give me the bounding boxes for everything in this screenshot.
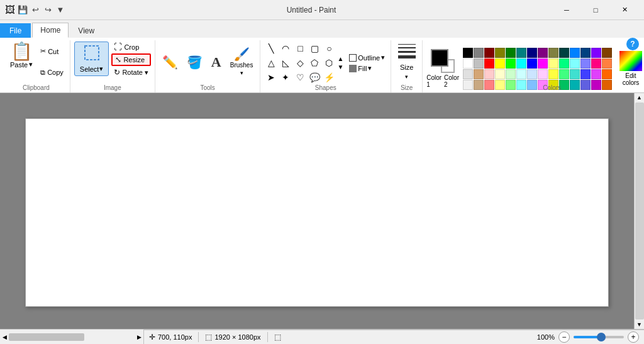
shape-curve[interactable]: ◠ <box>279 42 292 55</box>
color-cell-2-9[interactable] <box>559 69 569 79</box>
shape-star4[interactable]: ✦ <box>279 70 292 84</box>
customize-icon[interactable]: ▼ <box>55 5 65 15</box>
paste-dropdown-arrow[interactable]: ▾ <box>29 60 33 69</box>
rotate-arrow[interactable]: ▾ <box>145 69 148 77</box>
rotate-button[interactable]: ↻ Rotate ▾ <box>111 67 150 77</box>
color-cell-1-6[interactable] <box>527 58 537 69</box>
color-cell-0-13[interactable] <box>602 48 612 58</box>
color-cell-3-4[interactable] <box>506 80 516 90</box>
color-cell-1-7[interactable] <box>538 58 548 69</box>
color-cell-3-2[interactable] <box>484 80 494 90</box>
scroll-down-button[interactable]: ▼ <box>635 320 644 329</box>
color-cell-3-3[interactable] <box>495 80 505 90</box>
color-cell-1-2[interactable] <box>484 58 494 69</box>
vertical-scrollbar[interactable]: ▲ ▼ <box>634 93 644 329</box>
cut-button[interactable]: ✂ Cut <box>38 47 66 56</box>
color-cell-1-1[interactable] <box>474 58 484 69</box>
crop-button[interactable]: ⛶ Crop <box>111 42 150 52</box>
tab-file[interactable]: File <box>0 23 31 38</box>
shape-pentagon[interactable]: ⬠ <box>308 56 321 70</box>
zoom-out-button[interactable]: − <box>558 331 570 343</box>
redo-icon[interactable]: ↪ <box>43 5 53 15</box>
shapes-up-arrow[interactable]: ▲ <box>337 55 343 62</box>
color-cell-2-13[interactable] <box>602 69 612 79</box>
color-cell-0-6[interactable] <box>527 48 537 58</box>
color-cell-0-8[interactable] <box>548 48 558 58</box>
color-cell-2-8[interactable] <box>548 69 558 79</box>
scroll-thumb-vertical[interactable] <box>635 103 644 319</box>
color-cell-0-9[interactable] <box>559 48 569 58</box>
shape-diamond[interactable]: ◇ <box>293 56 307 70</box>
undo-icon[interactable]: ↩ <box>30 5 40 15</box>
shape-heart[interactable]: ♡ <box>293 70 307 84</box>
resize-button[interactable]: ⤡ Resize <box>111 53 150 66</box>
color-cell-3-5[interactable] <box>516 80 526 90</box>
paste-button[interactable]: 📋 Paste ▾ <box>6 42 36 82</box>
color-cell-1-5[interactable] <box>516 58 526 69</box>
color-cell-3-10[interactable] <box>570 80 580 90</box>
color-cell-2-3[interactable] <box>495 69 505 79</box>
color-cell-0-0[interactable] <box>463 48 473 58</box>
edit-colors-button[interactable]: Edit colors <box>616 48 644 89</box>
color-cell-2-7[interactable] <box>538 69 548 79</box>
color-cell-2-6[interactable] <box>527 69 537 79</box>
color-cell-3-13[interactable] <box>602 80 612 90</box>
color-cell-0-12[interactable] <box>591 48 601 58</box>
outline-arrow[interactable]: ▾ <box>381 53 385 62</box>
scroll-right-button[interactable]: ▶ <box>135 333 143 341</box>
color-cell-1-13[interactable] <box>602 58 612 69</box>
color-cell-0-7[interactable] <box>538 48 548 58</box>
close-button[interactable]: ✕ <box>610 0 639 20</box>
shapes-down-arrow[interactable]: ▼ <box>337 64 343 70</box>
color-cell-1-11[interactable] <box>580 58 591 69</box>
color-cell-1-10[interactable] <box>570 58 580 69</box>
color-cell-0-4[interactable] <box>506 48 516 58</box>
minimize-button[interactable]: ─ <box>552 0 581 20</box>
text-button[interactable]: A <box>208 53 225 71</box>
canvas-area[interactable] <box>0 93 634 329</box>
scroll-left-button[interactable]: ◀ <box>0 333 9 341</box>
copy-button[interactable]: ⧉ Copy <box>38 68 66 77</box>
fill-button[interactable]: 🪣 <box>184 54 206 70</box>
fill-arrow[interactable]: ▾ <box>368 64 372 72</box>
color-cell-1-4[interactable] <box>506 58 516 69</box>
shape-callout[interactable]: 💬 <box>308 70 321 84</box>
maximize-button[interactable]: □ <box>581 0 610 20</box>
zoom-slider-thumb[interactable] <box>597 333 606 341</box>
color-cell-0-10[interactable] <box>570 48 580 58</box>
color-cell-0-5[interactable] <box>516 48 526 58</box>
shape-arrow-right[interactable]: ➤ <box>264 70 278 84</box>
color-cell-3-11[interactable] <box>580 80 591 90</box>
shape-hexagon[interactable]: ⬡ <box>322 56 336 70</box>
outline-button[interactable]: Outline ▾ <box>347 53 387 62</box>
shape-roundrect[interactable]: ▢ <box>308 42 321 55</box>
color-cell-1-8[interactable] <box>548 58 558 69</box>
color-cell-1-9[interactable] <box>559 58 569 69</box>
color-cell-3-12[interactable] <box>591 80 601 90</box>
horizontal-scroll-track[interactable] <box>9 333 135 341</box>
zoom-slider[interactable] <box>574 336 624 338</box>
color-cell-1-0[interactable] <box>463 58 473 69</box>
shape-lightning[interactable]: ⚡ <box>322 70 336 84</box>
color-cell-0-1[interactable] <box>474 48 484 58</box>
fill-outline-button[interactable]: Fill ▾ <box>347 64 387 73</box>
color-cell-2-1[interactable] <box>474 69 484 79</box>
zoom-in-button[interactable]: + <box>628 331 639 343</box>
color-cell-2-0[interactable] <box>463 69 473 79</box>
color-cell-3-1[interactable] <box>474 80 484 90</box>
color-cell-0-3[interactable] <box>495 48 505 58</box>
color-cell-2-5[interactable] <box>516 69 526 79</box>
color-cell-2-12[interactable] <box>591 69 601 79</box>
horizontal-scrollbar[interactable]: ◀ ▶ <box>0 330 144 344</box>
shape-rtriangle[interactable]: ◺ <box>279 56 292 70</box>
color-cell-3-0[interactable] <box>463 80 473 90</box>
color-cell-0-11[interactable] <box>580 48 591 58</box>
tab-view[interactable]: View <box>70 23 103 38</box>
shape-line[interactable]: ╲ <box>264 42 278 55</box>
color-cell-1-12[interactable] <box>591 58 601 69</box>
color-cell-0-2[interactable] <box>484 48 494 58</box>
canvas-white[interactable] <box>25 118 609 307</box>
scroll-up-button[interactable]: ▲ <box>635 93 644 102</box>
horizontal-scroll-thumb[interactable] <box>9 333 84 341</box>
color-cell-2-10[interactable] <box>570 69 580 79</box>
